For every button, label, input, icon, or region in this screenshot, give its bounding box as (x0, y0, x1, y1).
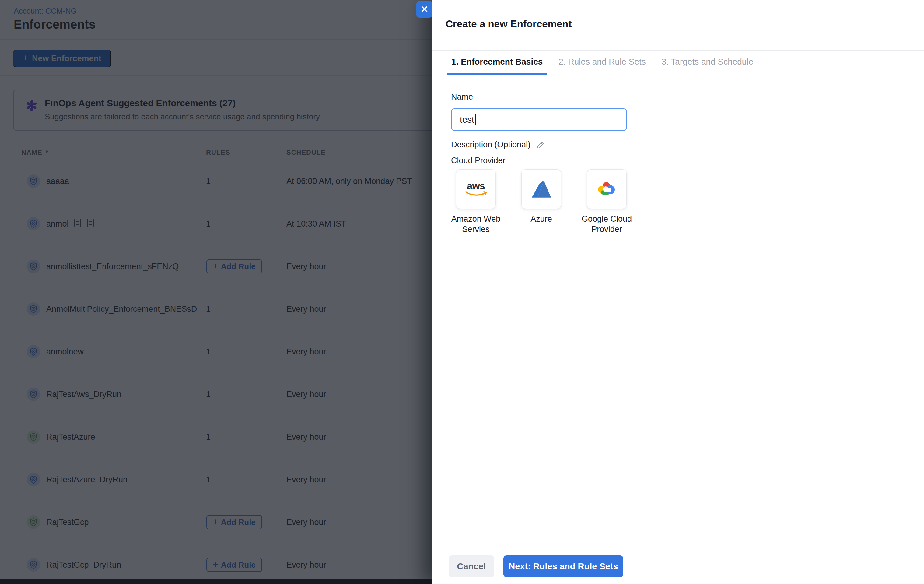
cloud-provider-options: aws (443, 169, 639, 235)
cloud-provider-name: Google Cloud Provider (574, 214, 639, 235)
wizard-tabs: 1. Enforcement Basics2. Rules and Rule S… (447, 51, 924, 75)
cloud-provider-option[interactable]: aws (443, 169, 508, 235)
gcp-logo-icon (597, 181, 617, 197)
cloud-provider-option[interactable]: aws (508, 169, 574, 235)
wizard-tab[interactable]: 2. Rules and Rule Sets (554, 51, 650, 74)
screen: Account: CCM-NG Enforcements + New Enfor… (0, 0, 924, 584)
drawer-title: Create a new Enforcement (446, 18, 572, 30)
drawer-footer: Cancel Next: Rules and Rule Sets (449, 555, 623, 577)
text-cursor (475, 114, 476, 125)
close-icon[interactable]: ✕ (416, 1, 432, 18)
description-row: Description (Optional) (451, 140, 545, 149)
aws-logo-icon: aws (465, 182, 487, 197)
cancel-button[interactable]: Cancel (449, 555, 494, 577)
cloud-provider-name: Amazon Web Servies (443, 214, 508, 235)
name-input-value: test (460, 115, 474, 125)
cloud-provider-option[interactable]: aws (574, 169, 639, 235)
edit-pencil-icon[interactable] (536, 141, 545, 149)
name-label: Name (451, 92, 473, 102)
cloud-provider-label: Cloud Provider (451, 156, 505, 165)
azure-logo-icon (531, 180, 551, 198)
next-button[interactable]: Next: Rules and Rule Sets (503, 555, 623, 577)
description-label: Description (Optional) (451, 140, 530, 149)
create-enforcement-drawer: ✕ Create a new Enforcement 1. Enforcemen… (432, 0, 924, 584)
wizard-tab[interactable]: 3. Targets and Schedule (658, 51, 757, 74)
cloud-provider-name: Azure (530, 214, 552, 224)
wizard-tab[interactable]: 1. Enforcement Basics (447, 51, 546, 74)
name-input[interactable]: test (451, 108, 627, 131)
